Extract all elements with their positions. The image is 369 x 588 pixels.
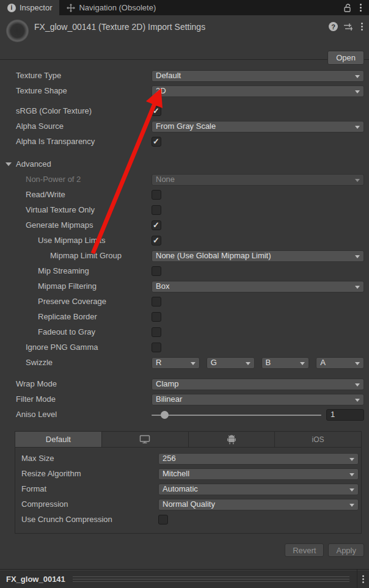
chevron-down-icon bbox=[355, 383, 360, 387]
chevron-down-icon bbox=[300, 362, 305, 365]
texture-shape-dropdown[interactable]: 2D bbox=[152, 85, 364, 97]
texture-shape-label: Texture Shape bbox=[16, 86, 67, 95]
presets-icon[interactable] bbox=[343, 23, 353, 31]
platform-tab-standalone[interactable] bbox=[102, 431, 189, 448]
platform-settings-box: Default bbox=[15, 431, 362, 534]
mip-streaming-label: Mip Streaming bbox=[38, 266, 89, 275]
row-preserve-coverage: Preserve Coverage bbox=[0, 294, 369, 310]
chevron-down-icon bbox=[355, 255, 360, 258]
texture-thumbnail bbox=[6, 20, 29, 42]
row-virtual-texture-only: Virtual Texture Only bbox=[0, 203, 369, 218]
row-read-write: Read/Write bbox=[0, 187, 369, 203]
filter-mode-dropdown[interactable]: Bilinear bbox=[152, 394, 364, 405]
max-size-dropdown[interactable]: 256 bbox=[158, 453, 359, 465]
swizzle-a-dropdown[interactable]: A bbox=[316, 357, 364, 369]
asset-header: FX_glow_00141 (Texture 2D) Import Settin… bbox=[0, 15, 369, 60]
platform-tab-bar: Default bbox=[15, 431, 362, 448]
platform-tab-default[interactable]: Default bbox=[15, 431, 102, 448]
footer-menu-icon[interactable] bbox=[357, 574, 369, 584]
texture-type-dropdown[interactable]: Default bbox=[152, 70, 364, 82]
platform-tab-android[interactable] bbox=[189, 431, 276, 448]
chevron-down-icon bbox=[355, 399, 360, 402]
read-write-label: Read/Write bbox=[26, 190, 65, 199]
alpha-is-transparency-label: Alpha Is Transparency bbox=[16, 137, 95, 146]
ignore-png-gamma-label: Ignore PNG Gamma bbox=[26, 343, 98, 352]
mipmap-limit-group-dropdown[interactable]: None (Use Global Mipmap Limit) bbox=[152, 250, 364, 262]
platform-tab-ios[interactable]: iOS bbox=[275, 431, 362, 448]
mipmap-filtering-dropdown[interactable]: Box bbox=[152, 281, 364, 292]
format-dropdown[interactable]: Automatic bbox=[158, 484, 359, 495]
row-mipmap-filtering: Mipmap Filtering Box bbox=[0, 279, 369, 294]
replicate-border-checkbox[interactable] bbox=[152, 312, 161, 322]
use-crunch-compression-checkbox[interactable] bbox=[158, 515, 168, 524]
chevron-down-icon bbox=[349, 488, 354, 492]
chevron-down-icon bbox=[355, 179, 360, 182]
row-use-mipmap-limits: Use Mipmap Limits bbox=[0, 233, 369, 249]
apply-revert-row: Revert Apply bbox=[0, 543, 364, 557]
drag-handle[interactable] bbox=[73, 576, 349, 582]
alpha-source-label: Alpha Source bbox=[16, 122, 64, 131]
ignore-png-gamma-checkbox[interactable] bbox=[152, 343, 161, 352]
window-menu-icon[interactable] bbox=[357, 2, 364, 13]
wrap-mode-dropdown[interactable]: Clamp bbox=[152, 379, 364, 390]
swizzle-g-dropdown[interactable]: G bbox=[206, 357, 255, 369]
row-advanced-foldout: Advanced bbox=[0, 157, 369, 172]
chevron-down-icon bbox=[349, 504, 354, 507]
move-icon bbox=[67, 4, 75, 12]
chevron-down-icon bbox=[355, 286, 360, 289]
header-icons: ? bbox=[329, 21, 365, 32]
resize-algorithm-label: Resize Algorithm bbox=[21, 469, 81, 478]
preserve-coverage-checkbox[interactable] bbox=[152, 297, 161, 307]
replicate-border-label: Replicate Border bbox=[38, 312, 97, 321]
aniso-slider-track[interactable] bbox=[152, 415, 321, 416]
alpha-source-dropdown[interactable]: From Gray Scale bbox=[152, 121, 364, 132]
foldout-arrow-icon[interactable] bbox=[5, 162, 12, 166]
fadeout-to-gray-checkbox[interactable] bbox=[152, 327, 161, 337]
generate-mipmaps-checkbox[interactable] bbox=[152, 220, 161, 230]
page-title: FX_glow_00141 (Texture 2D) Import Settin… bbox=[34, 22, 205, 32]
tab-navigation[interactable]: Navigation (Obsolete) bbox=[59, 0, 163, 15]
row-max-size: Max Size 256 bbox=[15, 451, 361, 466]
aniso-slider-handle[interactable] bbox=[161, 411, 169, 419]
unlock-icon[interactable] bbox=[343, 4, 351, 12]
aniso-value-field[interactable]: 1 bbox=[326, 409, 364, 421]
import-settings: Texture Type Default Texture Shape 2D sR… bbox=[0, 60, 369, 557]
use-mipmap-limits-checkbox[interactable] bbox=[152, 236, 161, 245]
row-wrap-mode: Wrap Mode Clamp bbox=[0, 377, 369, 392]
revert-button[interactable]: Revert bbox=[285, 543, 324, 557]
apply-button[interactable]: Apply bbox=[328, 543, 364, 557]
texture-type-label: Texture Type bbox=[16, 71, 61, 80]
virtual-texture-only-checkbox[interactable] bbox=[152, 205, 161, 215]
swizzle-r-dropdown[interactable]: R bbox=[152, 357, 200, 369]
row-resize-algorithm: Resize Algorithm Mitchell bbox=[15, 466, 361, 482]
row-mipmap-limit-group: Mipmap Limit Group None (Use Global Mipm… bbox=[0, 249, 369, 264]
android-icon bbox=[227, 435, 236, 445]
footer-asset-name: FX_glow_00141 bbox=[6, 575, 65, 584]
row-replicate-border: Replicate Border bbox=[0, 310, 369, 325]
resize-algorithm-dropdown[interactable]: Mitchell bbox=[158, 468, 359, 480]
info-icon: i bbox=[7, 4, 16, 12]
help-icon[interactable]: ? bbox=[329, 22, 338, 31]
row-format: Format Automatic bbox=[15, 482, 361, 497]
mip-streaming-checkbox[interactable] bbox=[152, 266, 161, 276]
row-texture-type: Texture Type Default bbox=[0, 68, 369, 84]
read-write-checkbox[interactable] bbox=[152, 190, 161, 200]
compression-dropdown[interactable]: Normal Quality bbox=[158, 499, 359, 510]
row-alpha-source: Alpha Source From Gray Scale bbox=[0, 119, 369, 134]
tab-inspector-label: Inspector bbox=[20, 3, 52, 12]
filter-mode-label: Filter Mode bbox=[16, 394, 56, 404]
generate-mipmaps-label: Generate Mipmaps bbox=[26, 220, 93, 230]
tab-inspector[interactable]: i Inspector bbox=[0, 0, 59, 15]
chevron-down-icon bbox=[349, 458, 354, 461]
use-mipmap-limits-label: Use Mipmap Limits bbox=[38, 236, 106, 245]
swizzle-label: Swizzle bbox=[26, 358, 53, 367]
srgb-checkbox[interactable] bbox=[152, 106, 161, 116]
alpha-is-transparency-checkbox[interactable] bbox=[152, 137, 161, 147]
advanced-foldout-label[interactable]: Advanced bbox=[16, 159, 51, 169]
chevron-down-icon bbox=[191, 362, 195, 365]
wrap-mode-label: Wrap Mode bbox=[16, 379, 57, 388]
header-menu-icon[interactable] bbox=[359, 21, 365, 32]
swizzle-b-dropdown[interactable]: B bbox=[261, 357, 310, 369]
row-compression: Compression Normal Quality bbox=[15, 497, 361, 512]
tab-navigation-label: Navigation (Obsolete) bbox=[79, 3, 156, 12]
